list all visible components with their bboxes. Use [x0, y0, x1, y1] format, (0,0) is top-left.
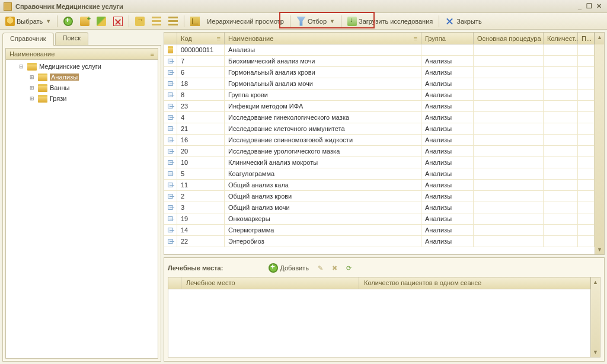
- cell-p: [578, 213, 595, 224]
- select-icon: [5, 17, 15, 26]
- row-icon-cell: [164, 90, 177, 100]
- separator: [341, 15, 341, 27]
- cell-group: Анализы: [421, 191, 474, 202]
- table-row[interactable]: 22ЭнтеробиозАнализы: [164, 236, 595, 247]
- hier1-button[interactable]: [149, 15, 164, 28]
- delete-place-button[interactable]: ✖: [330, 263, 340, 273]
- col-code[interactable]: Код≡: [177, 33, 225, 44]
- col-qty[interactable]: Количество пациентов в одном сеансе: [359, 277, 590, 289]
- grid-header: Код≡ Наименование≡ Группа Основная проце…: [164, 33, 595, 44]
- filter-button[interactable]: Отбор▼: [293, 15, 338, 28]
- expand-icon[interactable]: ⊞: [28, 74, 36, 80]
- tree-root[interactable]: ⊟ Медицинские услуги: [6, 61, 158, 72]
- add-place-button[interactable]: Добавить: [266, 261, 312, 274]
- row-icon-cell: [164, 112, 177, 123]
- table-row[interactable]: 16Исследование спинномозговой жидкостиАн…: [164, 135, 595, 146]
- add-folder-button[interactable]: [77, 15, 92, 28]
- cell-p: [578, 157, 595, 168]
- table-row[interactable]: 21Исследование клеточного иммунитетаАнал…: [164, 123, 595, 135]
- col-icon[interactable]: [164, 33, 177, 44]
- tree-header[interactable]: Наименование ≡: [5, 48, 158, 60]
- row-icon-cell: [164, 135, 177, 145]
- cell-proc: [474, 236, 544, 247]
- scrollbar[interactable]: ▲ ▼: [590, 277, 600, 357]
- close-window-button[interactable]: ✕: [594, 2, 603, 10]
- scrollbar[interactable]: ▼: [595, 44, 604, 254]
- close-button[interactable]: Закрыть: [442, 15, 484, 28]
- cell-qty: [544, 123, 578, 134]
- tab-search[interactable]: Поиск: [55, 32, 88, 45]
- tree-item-mud[interactable]: ⊞ Грязи: [6, 93, 158, 104]
- item-icon: [168, 115, 173, 120]
- table-row[interactable]: 4Исследование гинекологического мазкаАна…: [164, 112, 595, 123]
- load-research-button[interactable]: Загрузить исследования: [344, 15, 436, 28]
- cell-code: 5: [177, 168, 225, 179]
- refresh-button[interactable]: ⟳: [344, 263, 354, 273]
- cell-qty: [544, 44, 578, 55]
- tree-item-analyses[interactable]: ⊞ Анализы: [6, 72, 158, 82]
- row-icon-cell: [164, 101, 177, 111]
- select-button[interactable]: Выбрать▼: [2, 15, 54, 28]
- col-place[interactable]: Лечебное место: [181, 277, 359, 289]
- separator: [290, 15, 290, 27]
- move-button[interactable]: [132, 15, 148, 28]
- col-qty[interactable]: Количест...: [544, 33, 578, 44]
- table-row[interactable]: 6Гормональный анализ кровиАнализы: [164, 67, 595, 78]
- col-proc[interactable]: Основная процедура: [474, 33, 544, 44]
- cell-code: 000000011: [177, 44, 225, 55]
- scroll-up[interactable]: ▲: [595, 33, 604, 44]
- table-row[interactable]: 5КоагулограммаАнализы: [164, 168, 595, 180]
- tab-directory[interactable]: Справочник: [2, 33, 54, 46]
- pencil-icon: [97, 17, 106, 26]
- table-row[interactable]: 2Общий анализ кровиАнализы: [164, 191, 595, 202]
- cell-p: [578, 225, 595, 235]
- hier2-button[interactable]: [165, 15, 181, 28]
- table-row[interactable]: 20Исследование урологического мазкаАнали…: [164, 146, 595, 157]
- edit-place-button[interactable]: ✎: [315, 263, 326, 273]
- table-row[interactable]: 3Общий анализ мочиАнализы: [164, 202, 595, 213]
- cell-proc: [474, 78, 544, 89]
- cell-code: 8: [177, 90, 225, 100]
- table-row[interactable]: 23Инфекции методом ИФААнализы: [164, 101, 595, 112]
- table-row[interactable]: 11Общий анализ калаАнализы: [164, 180, 595, 191]
- restore-button[interactable]: ❐: [584, 2, 594, 10]
- table-row[interactable]: 10Клинический анализ мокротыАнализы: [164, 157, 595, 168]
- cell-p: [578, 112, 595, 123]
- content-area: Справочник Поиск Наименование ≡ ⊟ Медици…: [0, 30, 607, 364]
- table-row[interactable]: 19ОнкомаркерыАнализы: [164, 213, 595, 225]
- list2-icon: [168, 17, 178, 26]
- scroll-up[interactable]: ▲: [591, 277, 600, 287]
- toolbar: Выбрать▼ Иерархический просмотр Отбор▼ З…: [0, 13, 607, 30]
- expand-icon[interactable]: ⊞: [28, 85, 36, 91]
- table-row[interactable]: 000000011Анализы: [164, 44, 595, 56]
- scroll-down[interactable]: ▼: [591, 347, 600, 357]
- minimize-button[interactable]: _: [575, 3, 584, 10]
- cell-proc: [474, 90, 544, 100]
- collapse-icon[interactable]: ⊟: [18, 63, 25, 69]
- item-icon: [168, 239, 173, 244]
- tree-item-baths[interactable]: ⊞ Ванны: [6, 82, 158, 93]
- col-icon[interactable]: [168, 277, 181, 289]
- hier-view-button[interactable]: Иерархический просмотр: [204, 15, 287, 28]
- table-row[interactable]: 7Биохимический анализ мочиАнализы: [164, 56, 595, 67]
- delete-button[interactable]: [110, 15, 126, 28]
- edit-button[interactable]: [94, 15, 109, 28]
- cell-name: Исследование клеточного иммунитета: [225, 123, 421, 134]
- hier-tree-button[interactable]: [187, 15, 203, 28]
- col-name[interactable]: Наименование≡: [225, 33, 421, 44]
- add-button[interactable]: [60, 15, 76, 28]
- folder-icon: [168, 46, 173, 53]
- col-p[interactable]: П...: [578, 33, 595, 44]
- table-row[interactable]: 14СпермограммаАнализы: [164, 225, 595, 236]
- sort-icon[interactable]: ≡: [151, 50, 154, 58]
- grid-body[interactable]: 000000011Анализы7Биохимический анализ мо…: [164, 44, 595, 254]
- scroll-down[interactable]: ▼: [595, 245, 604, 254]
- cell-p: [578, 44, 595, 55]
- cell-name: Исследование гинекологического мазка: [225, 112, 421, 123]
- cell-qty: [544, 67, 578, 78]
- expand-icon[interactable]: ⊞: [28, 95, 36, 101]
- table-row[interactable]: 8Группа кровиАнализы: [164, 90, 595, 101]
- bottom-title: Лечебные места:: [168, 264, 223, 272]
- col-group[interactable]: Группа: [421, 33, 474, 44]
- table-row[interactable]: 18Гормональный анализ мочиАнализы: [164, 78, 595, 90]
